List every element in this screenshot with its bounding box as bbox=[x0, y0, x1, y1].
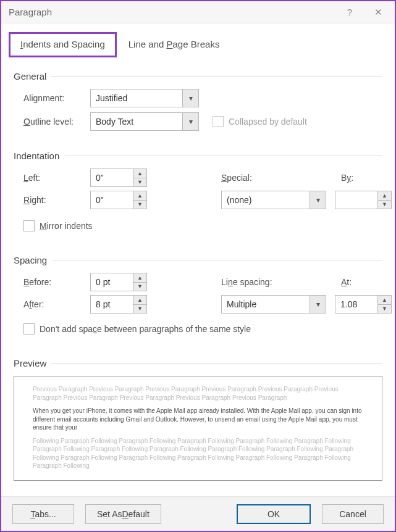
up-arrow-icon[interactable]: ▲ bbox=[378, 191, 391, 201]
up-arrow-icon[interactable]: ▲ bbox=[133, 169, 146, 178]
indent-left-input[interactable]: 0" ▲▼ bbox=[90, 168, 147, 187]
preview-previous-text: Previous Paragraph Previous Paragraph Pr… bbox=[33, 385, 363, 402]
special-dropdown[interactable]: (none) ▾ bbox=[221, 191, 326, 209]
at-value: 1.08 bbox=[335, 296, 377, 313]
dialog-content: General Alignment: Justified ▾ Outline l… bbox=[1, 57, 395, 496]
special-value: (none) bbox=[222, 195, 310, 205]
tab-indents-and-spacing[interactable]: Indents and Spacing bbox=[9, 32, 117, 57]
collapsed-label: Collapsed by default bbox=[229, 117, 307, 127]
up-arrow-icon[interactable]: ▲ bbox=[133, 191, 146, 201]
alignment-label: Alignment: bbox=[23, 93, 90, 103]
mirror-indents-checkbox[interactable]: Mirror indents bbox=[23, 220, 93, 231]
section-indentation: Indentation bbox=[14, 151, 382, 161]
mirror-indents-label: Mirror indents bbox=[40, 221, 93, 231]
line-spacing-label: Line spacing: bbox=[221, 277, 332, 287]
preview-following-text: Following Paragraph Following Paragraph … bbox=[33, 437, 363, 470]
ok-button[interactable]: OK bbox=[237, 504, 311, 524]
chevron-down-icon[interactable]: ▾ bbox=[182, 113, 198, 130]
line-spacing-value: Multiple bbox=[222, 299, 310, 309]
down-arrow-icon[interactable]: ▼ bbox=[133, 305, 146, 314]
close-button[interactable]: ✕ bbox=[364, 2, 392, 22]
line-spacing-dropdown[interactable]: Multiple ▾ bbox=[221, 295, 326, 314]
dont-add-space-label: Don't add space between paragraphs of th… bbox=[40, 324, 251, 334]
checkbox-icon bbox=[23, 323, 35, 335]
titlebar: Paragraph ? ✕ bbox=[1, 1, 395, 23]
outline-label: Outline level: bbox=[23, 117, 90, 127]
window-title: Paragraph bbox=[9, 7, 335, 17]
preview-body-text: When you get your iPhone, it comes with … bbox=[33, 407, 363, 432]
section-spacing: Spacing bbox=[14, 255, 382, 265]
before-value: 0 pt bbox=[91, 273, 133, 291]
by-input[interactable]: ▲▼ bbox=[335, 191, 392, 209]
up-arrow-icon[interactable]: ▲ bbox=[133, 296, 146, 305]
up-arrow-icon[interactable]: ▲ bbox=[378, 296, 391, 305]
outline-value: Body Text bbox=[91, 117, 182, 127]
tab-indents-text: ndents and Spacing bbox=[23, 39, 105, 49]
help-button[interactable]: ? bbox=[335, 2, 364, 22]
down-arrow-icon[interactable]: ▼ bbox=[133, 283, 146, 291]
special-label: Special: bbox=[221, 173, 332, 183]
chevron-down-icon[interactable]: ▾ bbox=[310, 296, 326, 313]
before-input[interactable]: 0 pt ▲▼ bbox=[90, 273, 147, 291]
down-arrow-icon[interactable]: ▼ bbox=[133, 178, 146, 187]
indent-left-label: Left: bbox=[23, 173, 90, 183]
tab-line-and-page-breaks[interactable]: Line and Page Breaks bbox=[117, 32, 232, 57]
tab-strip: Indents and Spacing Line and Page Breaks bbox=[1, 23, 395, 57]
collapsed-checkbox: Collapsed by default bbox=[213, 116, 307, 127]
section-spacing-label: Spacing bbox=[14, 255, 47, 265]
preview-box: Previous Paragraph Previous Paragraph Pr… bbox=[14, 376, 382, 481]
section-indentation-label: Indentation bbox=[14, 151, 59, 161]
dialog-footer: Tabs... Set As Default OK Cancel bbox=[1, 496, 395, 531]
down-arrow-icon[interactable]: ▼ bbox=[378, 201, 391, 209]
down-arrow-icon[interactable]: ▼ bbox=[378, 305, 391, 314]
by-value bbox=[335, 191, 377, 209]
dont-add-space-checkbox[interactable]: Don't add space between paragraphs of th… bbox=[23, 323, 251, 335]
alignment-dropdown[interactable]: Justified ▾ bbox=[90, 89, 199, 107]
tabs-button[interactable]: Tabs... bbox=[12, 504, 74, 524]
by-label: By: bbox=[341, 173, 353, 183]
down-arrow-icon[interactable]: ▼ bbox=[133, 201, 146, 209]
section-preview-label: Preview bbox=[14, 358, 46, 368]
section-preview: Preview bbox=[14, 358, 382, 368]
section-general: General bbox=[14, 71, 382, 81]
indent-left-value: 0" bbox=[91, 169, 133, 186]
set-as-default-button[interactable]: Set As Default bbox=[85, 504, 161, 524]
after-input[interactable]: 8 pt ▲▼ bbox=[90, 295, 147, 314]
divider bbox=[51, 76, 382, 77]
before-label: Before: bbox=[23, 277, 90, 287]
paragraph-dialog: Paragraph ? ✕ Indents and Spacing Line a… bbox=[0, 0, 396, 532]
indent-right-label: Right: bbox=[23, 195, 90, 205]
chevron-down-icon[interactable]: ▾ bbox=[310, 191, 326, 209]
up-arrow-icon[interactable]: ▲ bbox=[133, 273, 146, 283]
divider bbox=[64, 156, 382, 156]
divider bbox=[52, 260, 382, 260]
at-input[interactable]: 1.08 ▲▼ bbox=[335, 295, 392, 314]
checkbox-icon bbox=[213, 116, 224, 127]
after-label: After: bbox=[23, 299, 90, 309]
indent-right-input[interactable]: 0" ▲▼ bbox=[90, 191, 147, 209]
cancel-button[interactable]: Cancel bbox=[322, 504, 384, 524]
outline-dropdown[interactable]: Body Text ▾ bbox=[90, 112, 199, 131]
checkbox-icon bbox=[23, 220, 35, 231]
section-general-label: General bbox=[14, 71, 46, 81]
at-label: At: bbox=[341, 277, 352, 287]
divider bbox=[51, 363, 382, 364]
indent-right-value: 0" bbox=[91, 191, 133, 209]
alignment-value: Justified bbox=[91, 93, 182, 103]
chevron-down-icon[interactable]: ▾ bbox=[182, 89, 198, 107]
after-value: 8 pt bbox=[91, 296, 133, 313]
